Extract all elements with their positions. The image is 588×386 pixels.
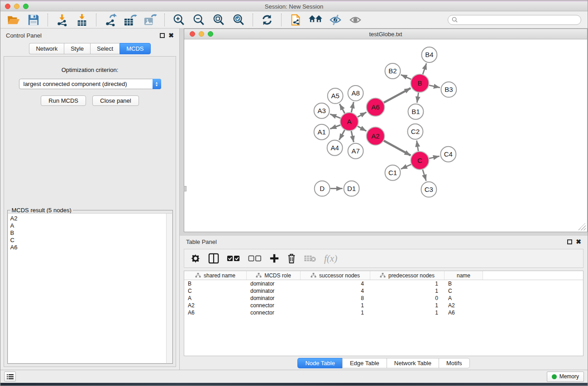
result-list-item[interactable]: A2	[10, 215, 166, 222]
show-all-button[interactable]	[347, 13, 364, 27]
edge-A-A5[interactable]	[339, 104, 344, 113]
open-session-button[interactable]	[5, 13, 22, 27]
hide-selected-button[interactable]	[327, 13, 344, 27]
import-table-button[interactable]	[73, 13, 91, 27]
result-list-item[interactable]: C	[10, 237, 166, 244]
export-network-button[interactable]	[102, 13, 119, 27]
frame-close-button[interactable]	[190, 31, 195, 37]
graph-node-C4[interactable]: C4	[440, 147, 456, 162]
frame-side-grip[interactable]	[184, 186, 186, 191]
float-panel-icon[interactable]	[160, 33, 165, 38]
table-column-layout-button[interactable]	[208, 252, 219, 265]
result-list-item[interactable]: A	[10, 222, 166, 229]
table-row[interactable]: A2connector11A2	[184, 302, 583, 309]
tab-network[interactable]: Network	[29, 43, 64, 54]
minimize-window-button[interactable]	[14, 4, 19, 9]
network-graph[interactable]: B4B2BB3A5A8A6B1A3AC2A1A2A4A7C4CC1C3DD1	[184, 39, 587, 232]
column-header-shared-name[interactable]: shared name	[184, 271, 247, 280]
search-input[interactable]	[460, 17, 577, 23]
float-table-panel-icon[interactable]	[567, 239, 572, 244]
graph-node-B4[interactable]: B4	[421, 47, 437, 62]
edge-A-A6[interactable]	[358, 112, 366, 117]
edge-A-A2[interactable]	[358, 126, 366, 131]
delete-column-button[interactable]	[287, 252, 296, 265]
column-header-predecessor-nodes[interactable]: predecessor nodes	[370, 271, 445, 280]
task-history-button[interactable]	[4, 372, 16, 381]
run-mcds-button[interactable]: Run MCDS	[41, 95, 86, 106]
edge-B-B1[interactable]	[417, 93, 418, 103]
table-row[interactable]: A6connector11A6	[184, 309, 583, 316]
network-frame-titlebar[interactable]: testGlobe.txt	[184, 29, 587, 39]
result-list-scrollbar[interactable]	[166, 214, 172, 363]
memory-button[interactable]: Memory	[547, 372, 584, 382]
graph-node-D1[interactable]: D1	[344, 181, 359, 196]
graph-node-A5[interactable]: A5	[328, 88, 343, 104]
tab-style[interactable]: Style	[64, 43, 90, 54]
edge-A-A3[interactable]	[330, 114, 340, 118]
edge-A-A4[interactable]	[339, 130, 344, 140]
close-panel-icon[interactable]: ✖	[168, 33, 174, 38]
export-table-button[interactable]	[122, 13, 139, 27]
add-column-button[interactable]	[269, 252, 279, 265]
graph-node-C1[interactable]: C1	[385, 165, 401, 181]
network-from-file-button[interactable]	[287, 13, 304, 27]
frame-minimize-button[interactable]	[199, 31, 204, 37]
optimization-criterion-dropdown[interactable]: largest connected component (directed) ▲…	[19, 79, 161, 89]
edge-C-C1[interactable]	[401, 164, 411, 169]
maximize-window-button[interactable]	[23, 4, 29, 9]
zoom-out-button[interactable]	[190, 13, 207, 27]
network-canvas[interactable]: B4B2BB3A5A8A6B1A3AC2A1A2A4A7C4CC1C3DD1	[184, 39, 587, 232]
save-session-button[interactable]	[25, 13, 42, 27]
edge-A6-B[interactable]	[384, 88, 411, 103]
graph-node-B2[interactable]: B2	[385, 63, 401, 79]
close-table-panel-icon[interactable]: ✖	[576, 239, 581, 244]
table-row[interactable]: Bdominator41B	[184, 280, 583, 287]
edge-A-A1[interactable]	[330, 125, 340, 129]
tab-mcds[interactable]: MCDS	[120, 43, 150, 54]
graph-node-B1[interactable]: B1	[408, 104, 423, 119]
graph-node-A8[interactable]: A8	[348, 86, 363, 101]
edge-B-B4[interactable]	[423, 63, 426, 74]
frame-maximize-button[interactable]	[208, 31, 213, 37]
graph-node-A6[interactable]: A6	[367, 98, 385, 116]
graph-node-A[interactable]: A	[340, 113, 359, 131]
tab-motifs[interactable]: Motifs	[439, 358, 470, 368]
mcds-result-list[interactable]: A2ABCA6	[8, 213, 172, 363]
search-field[interactable]	[448, 15, 581, 25]
result-list-item[interactable]: A6	[10, 244, 166, 251]
close-panel-button[interactable]: Close panel	[92, 95, 139, 106]
import-network-button[interactable]	[53, 13, 71, 27]
result-list-item[interactable]: B	[10, 229, 166, 237]
tab-select[interactable]: Select	[90, 43, 120, 54]
graph-node-A1[interactable]: A1	[314, 124, 330, 140]
graph-node-A2[interactable]: A2	[367, 127, 385, 145]
home-button[interactable]	[307, 13, 324, 27]
tab-network-table[interactable]: Network Table	[387, 358, 439, 368]
graph-node-C[interactable]: C	[411, 152, 429, 170]
graph-node-A3[interactable]: A3	[314, 103, 330, 119]
table-row[interactable]: Adominator80A	[184, 295, 583, 302]
table-settings-button[interactable]	[191, 252, 201, 265]
edge-C-C2[interactable]	[417, 141, 419, 151]
edge-C-C4[interactable]	[429, 156, 440, 158]
column-header-MCDS-role[interactable]: MCDS role	[247, 271, 301, 280]
edge-B-B2[interactable]	[401, 75, 411, 79]
graph-node-B3[interactable]: B3	[441, 82, 456, 97]
graph-node-C2[interactable]: C2	[407, 124, 423, 139]
edge-B-B3[interactable]	[429, 85, 440, 87]
edge-A-A8[interactable]	[351, 102, 354, 112]
refresh-layout-button[interactable]	[258, 13, 276, 27]
frame-resize-grip[interactable]	[578, 223, 586, 230]
graph-node-C3[interactable]: C3	[421, 182, 436, 197]
delete-table-button[interactable]	[304, 252, 316, 265]
graph-node-D[interactable]: D	[315, 181, 330, 196]
graph-node-A4[interactable]: A4	[327, 140, 343, 156]
edge-A-A7[interactable]	[351, 131, 354, 142]
graph-node-A7[interactable]: A7	[348, 143, 363, 159]
edge-C-C3[interactable]	[423, 170, 426, 181]
deselect-all-button[interactable]	[248, 252, 262, 265]
zoom-in-button[interactable]	[170, 13, 187, 27]
column-header-successor-nodes[interactable]: successor nodes	[301, 271, 370, 280]
graph-node-B[interactable]: B	[411, 74, 429, 92]
table-row[interactable]: Cdominator41C	[184, 287, 583, 295]
